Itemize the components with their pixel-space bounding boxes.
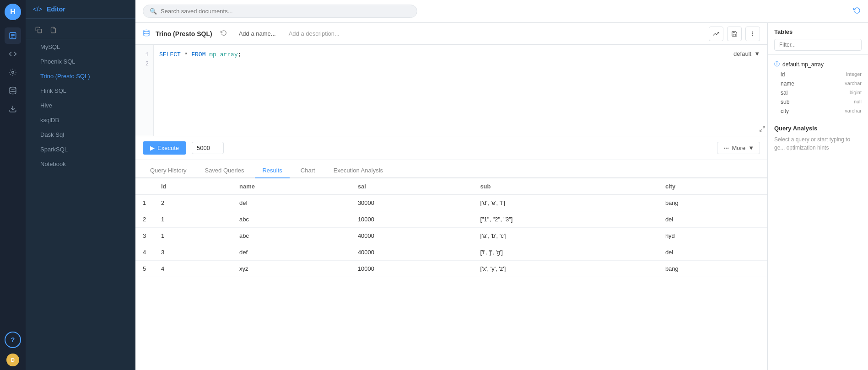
refresh-icon[interactable] — [853, 7, 861, 16]
tab-results[interactable]: Results — [255, 163, 289, 178]
svg-point-16 — [728, 148, 728, 148]
tab-query-history[interactable]: Query History — [143, 163, 194, 178]
cell-sal: 40000 — [350, 244, 473, 261]
limit-input[interactable] — [192, 142, 224, 154]
sidebar-item-flink-sql[interactable]: Flink SQL — [29, 84, 132, 98]
rail-icon-db[interactable] — [5, 82, 21, 99]
cell-id: 1 — [154, 228, 232, 244]
cell-sub: ['d', 'e', 'f'] — [473, 195, 658, 211]
cell-sub: ['i', 'j', 'g'] — [473, 244, 658, 261]
rail-icon-documents[interactable] — [5, 27, 21, 44]
editor-toolbar: Trino (Presto SQL) Add a name... Add a d… — [135, 23, 767, 45]
tab-chart[interactable]: Chart — [293, 163, 323, 178]
col-header-sal: sal — [350, 178, 473, 195]
cell-row_num: 4 — [135, 244, 154, 261]
history-btn[interactable] — [218, 28, 230, 39]
cell-row_num: 5 — [135, 261, 154, 277]
cell-name: def — [232, 195, 350, 211]
search-input[interactable] — [161, 8, 410, 15]
cell-sub: ["1", "2", "3"] — [473, 211, 658, 228]
cell-name: abc — [232, 228, 350, 244]
tables-section: Tables — [768, 23, 868, 55]
nav-items-list: MySQLPhoenix SQLTrino (Presto SQL)Flink … — [26, 39, 135, 172]
col-header-city: city — [658, 178, 767, 195]
nav-section-title: Editor — [47, 5, 65, 13]
sidebar-item-hive[interactable]: Hive — [29, 98, 132, 113]
results-table-container[interactable]: idnamesalsubcity 12def30000['d', 'e', 'f… — [135, 178, 767, 370]
editor-container: Trino (Presto SQL) Add a name... Add a d… — [135, 23, 868, 370]
table-fields: idintegernamevarcharsalbigintsubnullcity… — [768, 70, 868, 116]
line-numbers: 1 2 — [135, 45, 154, 136]
sidebar-item-notebook[interactable]: Notebook — [29, 157, 132, 171]
sidebar-item-sparksql[interactable]: SparkSQL — [29, 142, 132, 156]
db-name-label: Trino (Presto SQL) — [156, 30, 212, 38]
rail-icon-download[interactable] — [5, 101, 21, 117]
table-row: 21abc10000["1", "2", "3"]del — [135, 211, 767, 228]
nav-section-header: </> Editor — [26, 0, 135, 19]
svg-point-8 — [144, 30, 149, 32]
copy-icon[interactable] — [33, 24, 44, 35]
search-box[interactable]: 🔍 — [143, 5, 417, 18]
cell-city: del — [658, 244, 767, 261]
col-header-sub: sub — [473, 178, 658, 195]
expand-icon[interactable] — [759, 126, 766, 134]
sidebar-item-dask-sql[interactable]: Dask Sql — [29, 128, 132, 142]
svg-point-4 — [12, 71, 14, 74]
code-content[interactable]: SELECT * FROM mp_array; — [154, 45, 767, 136]
results-table: idnamesalsubcity 12def30000['d', 'e', 'f… — [135, 178, 767, 277]
add-desc-button[interactable]: Add a description... — [285, 28, 343, 39]
app-logo[interactable]: H — [5, 4, 21, 20]
results-table-header: idnamesalsubcity — [135, 178, 767, 195]
user-avatar[interactable]: D — [6, 354, 19, 366]
cell-row_num: 2 — [135, 211, 154, 228]
rail-icon-code[interactable] — [5, 46, 21, 62]
cell-name: xyz — [232, 261, 350, 277]
icon-rail: H ? D — [0, 0, 26, 370]
cell-city: bang — [658, 195, 767, 211]
cell-id: 4 — [154, 261, 232, 277]
cell-city: hyd — [658, 228, 767, 244]
search-icon: 🔍 — [150, 8, 157, 15]
execute-button[interactable]: ▶ Execute — [143, 141, 186, 155]
cell-sal: 30000 — [350, 195, 473, 211]
sidebar-item-phoenix-sql[interactable]: Phoenix SQL — [29, 54, 132, 69]
table-row: 43def40000['i', 'j', 'g']del — [135, 244, 767, 261]
tables-filter-input[interactable] — [774, 39, 862, 51]
svg-point-10 — [752, 33, 753, 34]
editor-panel: Trino (Presto SQL) Add a name... Add a d… — [135, 23, 767, 370]
table-tree: ⓘ default.mp_array idintegernamevarchars… — [768, 55, 868, 119]
more-button[interactable]: More ▼ — [717, 142, 760, 154]
svg-point-15 — [724, 148, 724, 148]
cell-id: 1 — [154, 211, 232, 228]
add-name-button[interactable]: Add a name... — [235, 28, 280, 39]
chart-btn[interactable] — [709, 27, 723, 41]
cell-city: del — [658, 211, 767, 228]
tab-execution-analysis[interactable]: Execution Analysis — [326, 163, 390, 178]
cell-id: 3 — [154, 244, 232, 261]
schema-selector[interactable]: default ▼ — [733, 50, 760, 57]
cell-city: bang — [658, 261, 767, 277]
tab-saved-queries[interactable]: Saved Queries — [197, 163, 251, 178]
rail-icon-jobs[interactable] — [5, 64, 21, 80]
table-row: 31abc40000['a', 'b', 'c']hyd — [135, 228, 767, 244]
table-group-header[interactable]: ⓘ default.mp_array — [768, 59, 868, 70]
cell-sal: 40000 — [350, 228, 473, 244]
more-options-btn[interactable] — [745, 27, 760, 41]
sidebar-item-ksqldb[interactable]: ksqlDB — [29, 113, 132, 127]
table-field-city: cityvarchar — [781, 107, 868, 116]
code-editor[interactable]: 1 2 SELECT * FROM mp_array; default ▼ — [135, 45, 767, 136]
schema-name: default — [733, 50, 751, 57]
table-field-sal: salbigint — [781, 88, 868, 97]
chevron-down-icon: ▼ — [754, 50, 760, 57]
chevron-down-icon: ▼ — [748, 145, 754, 151]
save-btn[interactable] — [727, 27, 742, 41]
files-icon[interactable] — [48, 24, 59, 35]
results-tabs: Query HistorySaved QueriesResultsChartEx… — [135, 160, 767, 178]
cell-sub: ['a', 'b', 'c'] — [473, 228, 658, 244]
sidebar-item-trino[interactable]: Trino (Presto SQL) — [29, 69, 132, 83]
svg-point-9 — [752, 32, 753, 32]
editor-icon: </> — [33, 5, 42, 13]
svg-point-5 — [10, 87, 16, 90]
sidebar-item-mysql[interactable]: MySQL — [29, 40, 132, 54]
help-button[interactable]: ? — [5, 332, 21, 348]
